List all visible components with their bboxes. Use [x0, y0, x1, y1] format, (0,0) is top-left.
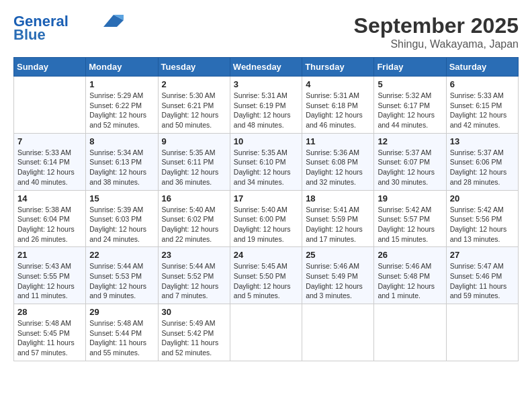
day-info: Sunrise: 5:46 AMSunset: 5:49 PMDaylight:… [306, 261, 370, 301]
calendar-cell: 28Sunrise: 5:48 AMSunset: 5:45 PMDayligh… [14, 304, 86, 361]
calendar-cell: 30Sunrise: 5:49 AMSunset: 5:42 PMDayligh… [158, 304, 230, 361]
header-sunday: Sunday [14, 58, 86, 77]
calendar-cell: 23Sunrise: 5:44 AMSunset: 5:52 PMDayligh… [158, 247, 230, 304]
calendar-cell: 25Sunrise: 5:46 AMSunset: 5:49 PMDayligh… [302, 247, 374, 304]
calendar-week-1: 7Sunrise: 5:33 AMSunset: 6:14 PMDaylight… [14, 133, 519, 190]
day-info: Sunrise: 5:41 AMSunset: 5:59 PMDaylight:… [306, 205, 370, 244]
day-info: Sunrise: 5:48 AMSunset: 5:44 PMDaylight:… [89, 318, 154, 358]
day-number: 22 [89, 250, 154, 260]
header-thursday: Thursday [302, 58, 374, 77]
day-number: 13 [450, 136, 515, 146]
day-number: 9 [162, 136, 226, 146]
calendar-cell: 26Sunrise: 5:46 AMSunset: 5:48 PMDayligh… [374, 247, 446, 304]
calendar-cell [446, 304, 518, 361]
header-monday: Monday [86, 58, 158, 77]
day-number: 7 [17, 136, 82, 146]
calendar-cell: 17Sunrise: 5:40 AMSunset: 6:00 PMDayligh… [230, 190, 302, 247]
day-info: Sunrise: 5:45 AMSunset: 5:50 PMDaylight:… [234, 261, 298, 301]
calendar-week-2: 14Sunrise: 5:38 AMSunset: 6:04 PMDayligh… [14, 190, 519, 247]
day-number: 4 [306, 79, 370, 89]
day-info: Sunrise: 5:31 AMSunset: 6:18 PMDaylight:… [306, 91, 370, 130]
page-header: General Blue September 2025 Shingu, Waka… [13, 13, 519, 50]
day-number: 19 [378, 193, 442, 203]
calendar-cell: 15Sunrise: 5:39 AMSunset: 6:03 PMDayligh… [86, 190, 158, 247]
day-info: Sunrise: 5:49 AMSunset: 5:42 PMDaylight:… [162, 318, 226, 358]
day-info: Sunrise: 5:44 AMSunset: 5:52 PMDaylight:… [162, 261, 226, 301]
header-tuesday: Tuesday [158, 58, 230, 77]
day-info: Sunrise: 5:46 AMSunset: 5:48 PMDaylight:… [378, 261, 442, 301]
day-number: 12 [378, 136, 442, 146]
day-number: 25 [306, 250, 370, 260]
day-info: Sunrise: 5:42 AMSunset: 5:56 PMDaylight:… [450, 205, 515, 244]
day-number: 18 [306, 193, 370, 203]
day-info: Sunrise: 5:42 AMSunset: 5:57 PMDaylight:… [378, 205, 442, 244]
calendar-cell: 19Sunrise: 5:42 AMSunset: 5:57 PMDayligh… [374, 190, 446, 247]
day-info: Sunrise: 5:33 AMSunset: 6:14 PMDaylight:… [17, 148, 82, 187]
day-info: Sunrise: 5:38 AMSunset: 6:04 PMDaylight:… [17, 205, 82, 244]
day-number: 5 [378, 79, 442, 89]
day-info: Sunrise: 5:40 AMSunset: 6:02 PMDaylight:… [162, 205, 226, 244]
day-number: 2 [162, 79, 226, 89]
day-number: 3 [234, 79, 298, 89]
day-info: Sunrise: 5:43 AMSunset: 5:55 PMDaylight:… [17, 261, 82, 301]
day-number: 30 [162, 307, 226, 317]
day-number: 26 [378, 250, 442, 260]
logo-blue: Blue [13, 26, 46, 43]
day-info: Sunrise: 5:39 AMSunset: 6:03 PMDaylight:… [89, 205, 154, 244]
day-info: Sunrise: 5:30 AMSunset: 6:21 PMDaylight:… [162, 91, 226, 130]
calendar-cell: 9Sunrise: 5:35 AMSunset: 6:11 PMDaylight… [158, 133, 230, 190]
day-info: Sunrise: 5:33 AMSunset: 6:15 PMDaylight:… [450, 91, 515, 130]
calendar-cell: 21Sunrise: 5:43 AMSunset: 5:55 PMDayligh… [14, 247, 86, 304]
calendar-cell: 13Sunrise: 5:37 AMSunset: 6:06 PMDayligh… [446, 133, 518, 190]
day-info: Sunrise: 5:47 AMSunset: 5:46 PMDaylight:… [450, 261, 515, 301]
calendar-cell: 20Sunrise: 5:42 AMSunset: 5:56 PMDayligh… [446, 190, 518, 247]
day-number: 27 [450, 250, 515, 260]
calendar-cell: 5Sunrise: 5:32 AMSunset: 6:17 PMDaylight… [374, 77, 446, 134]
calendar-cell: 4Sunrise: 5:31 AMSunset: 6:18 PMDaylight… [302, 77, 374, 134]
calendar-cell: 18Sunrise: 5:41 AMSunset: 5:59 PMDayligh… [302, 190, 374, 247]
calendar-cell: 7Sunrise: 5:33 AMSunset: 6:14 PMDaylight… [14, 133, 86, 190]
calendar-week-3: 21Sunrise: 5:43 AMSunset: 5:55 PMDayligh… [14, 247, 519, 304]
calendar-week-4: 28Sunrise: 5:48 AMSunset: 5:45 PMDayligh… [14, 304, 519, 361]
day-info: Sunrise: 5:37 AMSunset: 6:07 PMDaylight:… [378, 148, 442, 187]
day-number: 21 [17, 250, 82, 260]
calendar-cell [374, 304, 446, 361]
day-info: Sunrise: 5:31 AMSunset: 6:19 PMDaylight:… [234, 91, 298, 130]
day-number: 24 [234, 250, 298, 260]
calendar-week-0: 1Sunrise: 5:29 AMSunset: 6:22 PMDaylight… [14, 77, 519, 134]
day-number: 15 [89, 193, 154, 203]
day-info: Sunrise: 5:48 AMSunset: 5:45 PMDaylight:… [17, 318, 82, 358]
day-info: Sunrise: 5:34 AMSunset: 6:13 PMDaylight:… [89, 148, 154, 187]
calendar-header-row: SundayMondayTuesdayWednesdayThursdayFrid… [14, 58, 519, 77]
day-number: 17 [234, 193, 298, 203]
calendar-cell [302, 304, 374, 361]
day-number: 29 [89, 307, 154, 317]
day-info: Sunrise: 5:32 AMSunset: 6:17 PMDaylight:… [378, 91, 442, 130]
logo-icon [103, 15, 124, 27]
day-info: Sunrise: 5:40 AMSunset: 6:00 PMDaylight:… [234, 205, 298, 244]
title-block: September 2025 Shingu, Wakayama, Japan [354, 13, 519, 50]
calendar-title: September 2025 [354, 13, 519, 38]
day-number: 11 [306, 136, 370, 146]
calendar-table: SundayMondayTuesdayWednesdayThursdayFrid… [13, 57, 519, 361]
day-number: 1 [89, 79, 154, 89]
day-info: Sunrise: 5:29 AMSunset: 6:22 PMDaylight:… [89, 91, 154, 130]
day-info: Sunrise: 5:44 AMSunset: 5:53 PMDaylight:… [89, 261, 154, 301]
header-friday: Friday [374, 58, 446, 77]
day-number: 23 [162, 250, 226, 260]
day-number: 20 [450, 193, 515, 203]
calendar-cell: 14Sunrise: 5:38 AMSunset: 6:04 PMDayligh… [14, 190, 86, 247]
calendar-cell: 22Sunrise: 5:44 AMSunset: 5:53 PMDayligh… [86, 247, 158, 304]
day-number: 6 [450, 79, 515, 89]
header-saturday: Saturday [446, 58, 518, 77]
day-number: 10 [234, 136, 298, 146]
calendar-cell: 27Sunrise: 5:47 AMSunset: 5:46 PMDayligh… [446, 247, 518, 304]
calendar-cell [230, 304, 302, 361]
calendar-subtitle: Shingu, Wakayama, Japan [354, 38, 519, 50]
day-number: 8 [89, 136, 154, 146]
day-info: Sunrise: 5:36 AMSunset: 6:08 PMDaylight:… [306, 148, 370, 187]
day-number: 28 [17, 307, 82, 317]
calendar-cell: 11Sunrise: 5:36 AMSunset: 6:08 PMDayligh… [302, 133, 374, 190]
calendar-cell: 12Sunrise: 5:37 AMSunset: 6:07 PMDayligh… [374, 133, 446, 190]
logo: General Blue [13, 13, 124, 43]
